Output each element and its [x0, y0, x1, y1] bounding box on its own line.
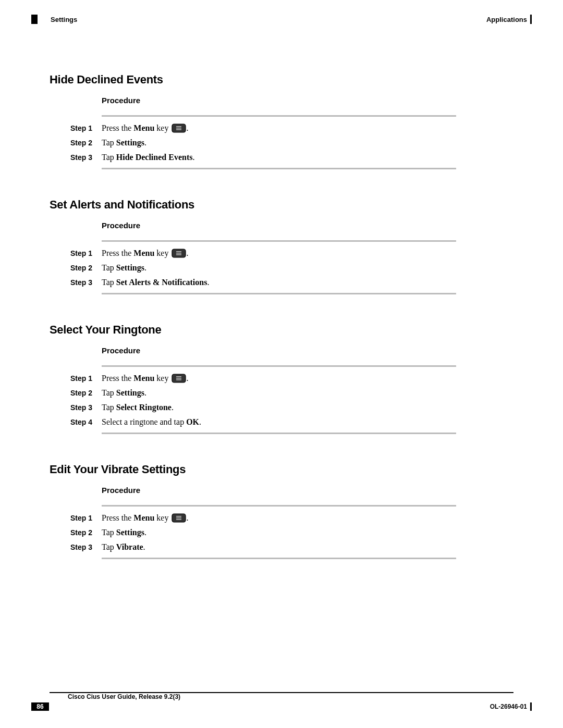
- header-marker-icon: [31, 15, 38, 24]
- section-block: Edit Your Vibrate SettingsProcedureStep …: [50, 463, 456, 559]
- menu-key-icon: [172, 374, 186, 383]
- procedure-label: Procedure: [102, 96, 456, 105]
- svg-rect-14: [176, 517, 181, 519]
- section-title: Select Your Ringtone: [50, 323, 456, 337]
- step-text: Tap Hide Declined Events.: [102, 151, 194, 164]
- section-title: Edit Your Vibrate Settings: [50, 463, 456, 476]
- section-title: Hide Declined Events: [50, 73, 456, 87]
- step-text: Tap Set Alerts & Notifications.: [102, 276, 209, 289]
- step-text: Tap Settings.: [102, 137, 146, 149]
- svg-rect-1: [176, 126, 181, 127]
- footer-right: OL-26946-01: [490, 702, 532, 711]
- footer-title: Cisco Cius User Guide, Release 9.2(3): [68, 693, 180, 700]
- step-label: Step 4: [70, 417, 102, 428]
- step-row: Step 2Tap Settings.: [50, 526, 456, 539]
- step-row: Step 2Tap Settings.: [50, 262, 456, 274]
- procedure-label: Procedure: [102, 346, 456, 355]
- step-text: Tap Settings.: [102, 262, 146, 274]
- step-label: Step 1: [70, 123, 102, 134]
- divider: [102, 293, 456, 294]
- svg-rect-7: [176, 254, 181, 255]
- step-label: Step 1: [70, 513, 102, 524]
- step-label: Step 2: [70, 263, 102, 274]
- step-row: Step 1Press the Menu key .: [50, 512, 456, 524]
- section-block: Set Alerts and NotificationsProcedureSte…: [50, 198, 456, 294]
- divider: [102, 558, 456, 559]
- svg-rect-11: [176, 379, 181, 380]
- step-row: Step 4Select a ringtone and tap OK.: [50, 416, 456, 428]
- step-row: Step 1Press the Menu key .: [50, 247, 456, 260]
- step-text: Tap Settings.: [102, 387, 146, 399]
- step-row: Step 3Tap Hide Declined Events.: [50, 151, 456, 164]
- page-number: 86: [31, 702, 49, 711]
- svg-rect-5: [176, 251, 181, 252]
- divider: [102, 505, 456, 507]
- step-row: Step 1Press the Menu key .: [50, 372, 456, 385]
- svg-rect-2: [176, 128, 181, 129]
- svg-rect-13: [176, 516, 181, 517]
- step-text: Tap Vibrate.: [102, 541, 145, 553]
- step-label: Step 2: [70, 138, 102, 149]
- step-label: Step 2: [70, 388, 102, 399]
- header-right: Applications: [486, 15, 532, 24]
- step-text: Tap Select Ringtone.: [102, 401, 174, 414]
- footer-doc-number: OL-26946-01: [490, 703, 527, 710]
- step-label: Step 1: [70, 248, 102, 259]
- svg-rect-15: [176, 519, 181, 520]
- step-row: Step 1Press the Menu key .: [50, 122, 456, 134]
- page-header: Settings Applications: [0, 15, 563, 27]
- step-text: Press the Menu key .: [102, 512, 188, 524]
- step-text: Press the Menu key .: [102, 372, 188, 385]
- step-row: Step 2Tap Settings.: [50, 387, 456, 399]
- divider: [102, 115, 456, 117]
- step-text: Tap Settings.: [102, 526, 146, 539]
- header-section-label: Settings: [51, 16, 77, 23]
- footer-bar-icon: [530, 702, 532, 711]
- divider: [102, 240, 456, 242]
- header-left: Settings: [31, 15, 77, 24]
- divider: [102, 433, 456, 434]
- step-text: Select a ringtone and tap OK.: [102, 416, 201, 428]
- step-row: Step 3Tap Select Ringtone.: [50, 401, 456, 414]
- step-label: Step 3: [70, 542, 102, 553]
- divider: [102, 168, 456, 169]
- step-label: Step 3: [70, 277, 102, 288]
- svg-rect-10: [176, 378, 181, 379]
- header-bar-icon: [530, 15, 532, 24]
- procedure-label: Procedure: [102, 221, 456, 230]
- step-row: Step 2Tap Settings.: [50, 137, 456, 149]
- procedure-label: Procedure: [102, 486, 456, 495]
- menu-key-icon: [172, 124, 186, 133]
- menu-key-icon: [172, 249, 186, 258]
- step-label: Step 3: [70, 152, 102, 163]
- step-text: Press the Menu key .: [102, 247, 188, 260]
- step-label: Step 2: [70, 527, 102, 538]
- section-title: Set Alerts and Notifications: [50, 198, 456, 212]
- svg-rect-3: [176, 129, 181, 130]
- step-text: Press the Menu key .: [102, 122, 188, 134]
- content-area: Hide Declined EventsProcedureStep 1Press…: [50, 73, 456, 588]
- divider: [102, 365, 456, 367]
- menu-key-icon: [172, 513, 186, 523]
- header-chapter-label: Applications: [486, 16, 527, 23]
- section-block: Hide Declined EventsProcedureStep 1Press…: [50, 73, 456, 169]
- step-row: Step 3Tap Vibrate.: [50, 541, 456, 553]
- step-row: Step 3Tap Set Alerts & Notifications.: [50, 276, 456, 289]
- section-block: Select Your RingtoneProcedureStep 1Press…: [50, 323, 456, 434]
- svg-rect-9: [176, 376, 181, 377]
- step-label: Step 3: [70, 402, 102, 413]
- step-label: Step 1: [70, 373, 102, 384]
- document-page: Settings Applications Hide Declined Even…: [0, 0, 563, 728]
- svg-rect-6: [176, 253, 181, 254]
